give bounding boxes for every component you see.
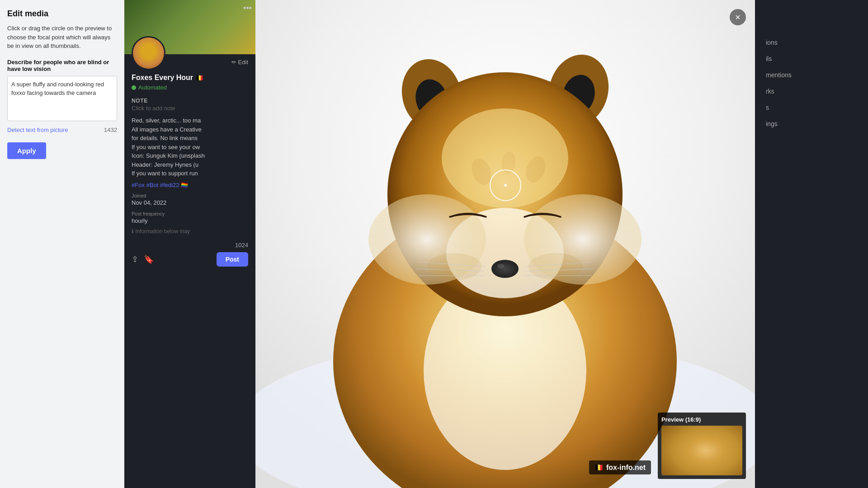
avatar-fox-face [133, 38, 164, 69]
post-count-row: 1024 [124, 238, 255, 249]
middle-column: ••• ✏ Edit Foxes Every Hour 🇧🇪 Automated… [124, 0, 255, 488]
profile-avatar [132, 36, 165, 70]
profile-meta: Joined Nov 04, 2022 [124, 188, 255, 206]
bio-line-5: Icon: Sunguk Kim (unsplash [132, 151, 248, 160]
bio-line-7: If you want to support run [132, 169, 248, 178]
post-frequency-value: hourly [132, 217, 147, 224]
preview-label: Preview (16:9) [661, 416, 742, 423]
edit-panel-title: Edit media [7, 9, 117, 19]
note-section: NOTE Click to add note [124, 92, 255, 112]
alt-text-textarea[interactable] [7, 76, 117, 121]
detect-text-link[interactable]: Detect text from picture [7, 127, 68, 133]
joined-value: Nov 04, 2022 [132, 199, 166, 206]
focal-inner-dot [504, 184, 507, 187]
svg-point-14 [497, 264, 505, 268]
share-icon[interactable]: ⇪ [132, 254, 138, 264]
svg-point-15 [427, 253, 481, 280]
apply-button[interactable]: Apply [7, 142, 46, 159]
bookmark-icon[interactable]: 🔖 [144, 254, 154, 264]
edit-profile-button[interactable]: ✏ Edit [231, 59, 248, 66]
svg-point-16 [528, 253, 583, 280]
preview-thumbnail [661, 426, 742, 475]
image-viewer: × Preview (16:9) 🇧🇪 fox-info.net [255, 0, 755, 488]
joined-meta: Joined Nov 04, 2022 [132, 193, 166, 206]
post-frequency-meta: Post frequency hourly [132, 211, 165, 225]
preview-fox-image [661, 426, 742, 475]
watermark-text: fox-info.net [606, 464, 646, 472]
automated-dot [132, 85, 136, 90]
watermark: 🇧🇪 fox-info.net [589, 460, 651, 474]
bio-line-2: All images have a Creative [132, 125, 248, 134]
automated-label: Automated [138, 84, 167, 91]
svg-point-13 [491, 260, 519, 278]
sidebar-item-bookmarks[interactable]: rks [762, 83, 861, 99]
alt-text-label: Describe for people who are blind or hav… [7, 59, 117, 72]
bio-line-3: for details. No link means [132, 134, 248, 143]
info-text: ℹ Information below may [124, 225, 255, 238]
post-count: 1024 [235, 242, 248, 249]
bio-line-4: If you want to see your ow [132, 143, 248, 152]
action-row: ⇪ 🔖 Post [124, 249, 255, 270]
edit-label: Edit [238, 59, 248, 66]
focal-circle[interactable] [490, 169, 521, 201]
sidebar-item-mentions[interactable]: mentions [762, 67, 861, 83]
sidebar-item-details[interactable]: ils [762, 51, 861, 67]
sidebar-item-settings[interactable]: ings [762, 116, 861, 132]
sidebar-item-lists[interactable]: s [762, 99, 861, 116]
bio-line-1: Red, silver, arctic... too ma [132, 116, 248, 125]
profile-meta-2: Post frequency hourly [124, 206, 255, 225]
post-frequency-label: Post frequency [132, 211, 165, 216]
profile-name: Foxes Every Hour 🇧🇪 [124, 74, 255, 82]
post-button[interactable]: Post [217, 252, 248, 267]
edit-icon: ✏ [231, 59, 236, 66]
edit-panel-instruction: Click or drag the circle on the preview … [7, 24, 117, 51]
close-button[interactable]: × [730, 9, 746, 25]
edit-panel: Edit media Click or drag the circle on t… [0, 0, 124, 488]
watermark-flag: 🇧🇪 [594, 463, 604, 472]
three-dots-button[interactable]: ••• [243, 4, 252, 13]
char-count: 1432 [104, 127, 117, 133]
sidebar-items-list: ions ils mentions rks s ings [762, 34, 861, 132]
joined-label: Joined [132, 193, 166, 198]
hashtags: #Fox #Bot #fedi22 🏳️‍🌈 [124, 178, 255, 188]
automated-badge: Automated [124, 83, 255, 92]
profile-name-text: Foxes Every Hour [132, 74, 193, 82]
detect-row: Detect text from picture 1432 [7, 127, 117, 133]
profile-bio: Red, silver, arctic... too ma All images… [124, 112, 255, 178]
note-label: NOTE [132, 98, 248, 104]
flag-emoji: 🇧🇪 [196, 74, 203, 81]
bio-line-6: Header: Jeremy Hynes (u [132, 160, 248, 169]
profile-avatar-area: ✏ Edit [124, 36, 255, 70]
info-icon: ℹ [132, 228, 134, 235]
info-text-content: Information below may [135, 228, 190, 235]
sidebar-item-notifications[interactable]: ions [762, 34, 861, 51]
preview-box: Preview (16:9) [658, 413, 746, 479]
right-sidebar: ions ils mentions rks s ings [755, 0, 868, 488]
note-placeholder[interactable]: Click to add note [132, 105, 248, 112]
action-icons: ⇪ 🔖 [132, 254, 154, 264]
